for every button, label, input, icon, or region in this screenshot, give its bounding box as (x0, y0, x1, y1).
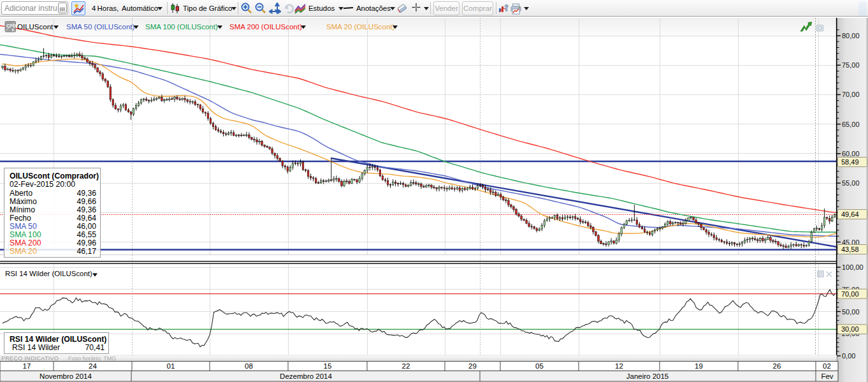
svg-text:SMA 50 (OILUScont): SMA 50 (OILUScont) (66, 23, 135, 31)
svg-text:24: 24 (89, 362, 97, 370)
svg-text:12: 12 (615, 362, 623, 370)
svg-text:30,00: 30,00 (841, 325, 859, 333)
svg-text:55,00: 55,00 (842, 179, 860, 187)
svg-text:100,00: 100,00 (842, 263, 864, 271)
svg-text:26: 26 (773, 362, 781, 370)
svg-text:43,58: 43,58 (841, 246, 859, 253)
svg-text:29: 29 (468, 362, 477, 370)
svg-text:c: c (12, 27, 15, 32)
svg-text:Dezembro 2014: Dezembro 2014 (280, 372, 332, 380)
svg-text:22: 22 (402, 362, 410, 370)
svg-text:SMA 200 (OILUScont): SMA 200 (OILUScont) (229, 23, 302, 31)
svg-text:RSI 14 Wilder (OILUScont): RSI 14 Wilder (OILUScont) (5, 270, 92, 277)
svg-text:Janeiro 2015: Janeiro 2015 (626, 372, 669, 380)
svg-text:60,00: 60,00 (842, 150, 860, 158)
svg-text:75,00: 75,00 (842, 61, 860, 69)
svg-text:80,00: 80,00 (842, 32, 860, 40)
svg-text:65,00: 65,00 (842, 121, 860, 128)
svg-text:08: 08 (245, 362, 253, 370)
svg-text:50,00: 50,00 (842, 308, 860, 316)
svg-text:70,00: 70,00 (842, 91, 860, 98)
svg-text:02: 02 (823, 362, 831, 370)
svg-text:15: 15 (324, 362, 332, 370)
svg-text:Novembro 2014: Novembro 2014 (40, 372, 92, 380)
svg-text:58,49: 58,49 (841, 158, 859, 166)
svg-text:70,00: 70,00 (841, 290, 859, 298)
svg-text:05: 05 (535, 362, 544, 370)
svg-text:PREÇO INDICATIVO: PREÇO INDICATIVO (1, 355, 59, 362)
svg-text:49,64: 49,64 (841, 210, 859, 218)
svg-text:OILUScont: OILUScont (17, 23, 54, 31)
svg-text:01: 01 (167, 362, 175, 370)
svg-text:0,00: 0,00 (842, 352, 855, 360)
svg-text:SMA 100 (OILUScont): SMA 100 (OILUScont) (145, 23, 218, 31)
svg-text:SMA 20 (OILUScont): SMA 20 (OILUScont) (326, 23, 395, 31)
svg-text:19: 19 (695, 362, 703, 370)
svg-text:Fev: Fev (821, 372, 833, 380)
svg-text:17: 17 (23, 362, 31, 370)
svg-text:Fuso horário: TMG: Fuso horário: TMG (68, 355, 116, 362)
